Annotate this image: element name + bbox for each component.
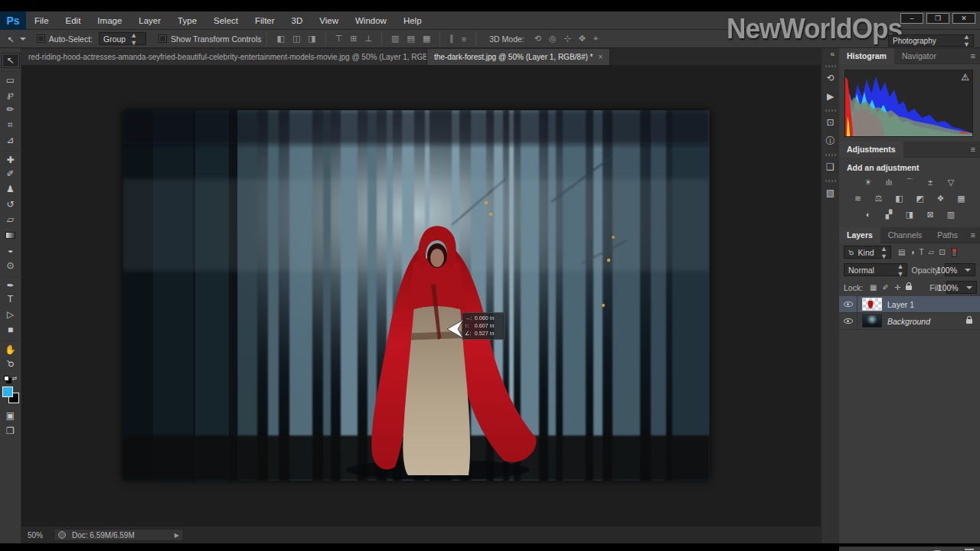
history-panel-icon[interactable]: ⟲ [822,69,839,87]
marquee-tool[interactable]: ▭ [2,71,20,86]
shape-tool[interactable]: ■ [2,322,20,337]
menu-select[interactable]: Select [205,11,247,30]
exposure-icon[interactable]: ± [923,177,937,187]
warning-icon[interactable]: ⚠ [961,72,969,83]
eyedropper-tool[interactable]: ⊿ [2,132,20,148]
clone-stamp-tool[interactable]: ♟ [2,181,20,197]
blend-mode-dropdown[interactable]: Normal ▲▼ [844,263,907,276]
dodge-tool[interactable]: ⊙ [2,258,20,273]
menu-help[interactable]: Help [395,11,430,30]
crop-tool[interactable]: ⌗ [2,117,20,132]
tab-paths[interactable]: Paths [929,227,965,243]
default-swap-colors[interactable]: ⇄ [4,375,18,382]
type-tool[interactable]: T [2,292,20,307]
collapse-panels-icon[interactable]: « [830,48,839,61]
channel-mixer-icon[interactable]: ❖ [934,193,948,204]
actions-panel-icon[interactable]: ▶ [822,87,839,106]
blur-tool[interactable]: ◒ [2,243,20,258]
zoom-tool[interactable]: ⚲ [2,356,20,371]
panel-menu-icon[interactable]: ≡ [966,145,980,154]
threshold-icon[interactable]: ◨ [903,209,916,220]
distribute-vcenter-icon[interactable]: ▤ [403,34,419,44]
quick-mask-button[interactable]: ▣ [2,408,20,423]
canvas-area[interactable]: →:0.060 in ↑:0.607 in ∠:0.527 in [21,65,821,527]
brush-tool[interactable]: ✐ [2,166,20,181]
menu-3d[interactable]: 3D [283,11,312,30]
visibility-toggle[interactable] [839,313,858,330]
3d-scale-icon[interactable]: ⌖ [590,34,602,44]
tab-adjustments[interactable]: Adjustments [839,142,903,158]
pen-tool[interactable]: ✒ [2,276,20,292]
lock-position-icon[interactable]: ✛ [894,283,900,292]
lock-transparency-icon[interactable]: ▦ [870,283,877,292]
layer1-thumbnail[interactable] [862,298,882,311]
menu-image[interactable]: Image [89,11,130,30]
history-brush-tool[interactable]: ↺ [2,197,20,212]
3d-panel-icon[interactable]: ▧ [822,184,839,202]
vibrance-icon[interactable]: ▽ [944,177,958,187]
posterize-icon[interactable]: ▞ [882,209,896,220]
filter-type-icon[interactable]: T [920,248,924,256]
auto-select-checkbox[interactable] [37,34,45,43]
align-top-icon[interactable]: ◧ [273,34,288,44]
color-balance-icon[interactable]: ⚖ [872,193,886,204]
close-tab-icon[interactable]: × [598,53,603,61]
menu-view[interactable]: View [311,11,347,30]
auto-select-target-dropdown[interactable]: Group ▲▼ [99,32,146,45]
filter-adjustment-icon[interactable]: ◑ [910,248,914,256]
background-thumbnail[interactable] [862,315,882,328]
lock-all-icon[interactable] [906,285,912,290]
minimize-button[interactable]: – [900,13,923,24]
align-bottom-icon[interactable]: ◨ [304,34,319,44]
fill-field[interactable]: 100% [946,281,977,294]
menu-window[interactable]: Window [347,11,395,30]
status-expand-icon[interactable]: ▶ [175,532,179,539]
panel-menu-icon[interactable]: ≡ [966,51,980,60]
align-right-icon[interactable]: ⊥ [361,34,377,44]
document-info[interactable]: Doc: 6.59M/6.59M ▶ [54,529,184,541]
brightness-contrast-icon[interactable]: ☀ [861,177,875,187]
black-white-icon[interactable]: ◧ [893,193,906,204]
curves-icon[interactable]: ⌒ [903,177,916,187]
distribute-h-icon[interactable]: ∥ [446,34,458,44]
gradient-tool[interactable] [2,227,20,243]
tab-dark-forest[interactable]: the-dark-forest.jpg @ 50% (Layer 1, RGB/… [427,49,610,65]
quick-selection-tool[interactable]: ✏ [2,102,20,117]
levels-icon[interactable]: ılı [882,177,896,187]
hand-tool[interactable]: ✋ [2,341,20,356]
hue-saturation-icon[interactable]: ≋ [851,193,865,204]
gradient-map-icon[interactable]: ▥ [944,209,958,220]
3d-drag-icon[interactable]: ⊹ [560,34,575,44]
menu-file[interactable]: File [26,11,57,30]
tab-channels[interactable]: Channels [880,227,929,243]
menu-type[interactable]: Type [169,11,205,30]
align-left-icon[interactable]: ⊤ [332,34,347,44]
photo-filter-icon[interactable]: ◩ [913,193,927,204]
filter-shape-icon[interactable]: ▱ [929,248,935,256]
clone-source-panel-icon[interactable]: ❑ [822,158,839,176]
properties-panel-icon[interactable]: ⊡ [822,113,839,132]
zoom-level-field[interactable]: 50% [28,531,43,540]
document-image[interactable] [122,110,710,481]
opacity-field[interactable]: 100% [945,263,975,276]
tab-red-riding-hood[interactable]: red-riding-hood-actresses-amanda-seyfrie… [21,49,427,65]
3d-roll-icon[interactable]: ◎ [545,34,560,44]
color-lookup-icon[interactable]: ▦ [955,193,969,204]
tab-navigator[interactable]: Navigator [894,48,944,64]
invert-icon[interactable]: ◐ [861,209,875,220]
tab-layers[interactable]: Layers [839,227,880,243]
color-swatches[interactable] [2,386,19,403]
move-tool[interactable]: ↖ [2,53,20,68]
info-panel-icon[interactable]: ⓘ [822,132,839,150]
eraser-tool[interactable]: ▱ [2,212,20,227]
3d-slide-icon[interactable]: ✥ [575,34,590,44]
foreground-color-swatch[interactable] [2,386,13,397]
restore-button[interactable]: ❐ [926,13,949,24]
distribute-bottom-icon[interactable]: ▦ [419,34,434,44]
tool-preset-picker[interactable]: ↖ [0,34,31,44]
spot-healing-tool[interactable]: ✚ [2,151,20,166]
menu-edit[interactable]: Edit [57,11,90,30]
menu-layer[interactable]: Layer [130,11,169,30]
filter-kind-dropdown[interactable]: ⚲ Kind ▲▼ [844,246,891,259]
distribute-v-icon[interactable]: ≡ [458,34,470,44]
